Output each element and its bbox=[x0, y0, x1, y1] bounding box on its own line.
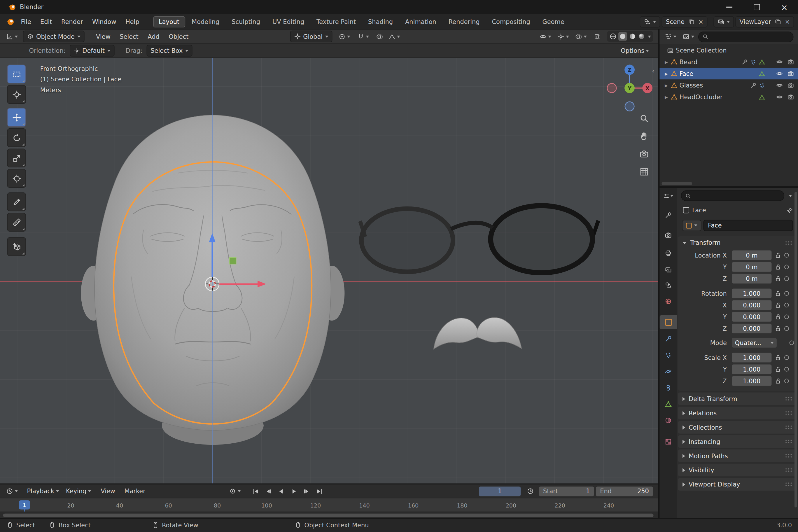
panel-delta-transform[interactable]: Delta Transform bbox=[678, 392, 797, 405]
next-keyframe-button[interactable] bbox=[301, 486, 312, 497]
frame-start-field[interactable]: Start 1 bbox=[539, 486, 594, 496]
tab-object-data[interactable] bbox=[660, 397, 677, 411]
maximize-button[interactable] bbox=[743, 0, 771, 14]
play-reverse-button[interactable] bbox=[276, 486, 287, 497]
panel-grip-icon[interactable] bbox=[785, 425, 793, 430]
panel-motion-paths[interactable]: Motion Paths bbox=[678, 450, 797, 462]
animate-dot[interactable] bbox=[784, 253, 789, 258]
panel-grip-icon[interactable] bbox=[785, 468, 793, 473]
menu-help[interactable]: Help bbox=[121, 18, 144, 25]
auto-keying-button[interactable] bbox=[227, 486, 243, 497]
tool-annotate[interactable] bbox=[7, 192, 26, 211]
minimize-button[interactable] bbox=[716, 0, 743, 14]
shading-options-chevron-icon[interactable] bbox=[648, 35, 651, 37]
panel-grip-icon[interactable] bbox=[785, 396, 793, 401]
tab-texture[interactable] bbox=[660, 435, 677, 449]
panel-grip-icon[interactable] bbox=[785, 454, 793, 458]
jump-to-start-button[interactable] bbox=[250, 486, 262, 497]
rotation-mode-dropdown[interactable]: Quater... bbox=[732, 338, 777, 348]
tab-constraints[interactable] bbox=[660, 381, 677, 395]
glasses-model[interactable] bbox=[358, 206, 600, 273]
keying-menu[interactable]: Keying bbox=[64, 486, 93, 497]
viewlayer-name-field[interactable]: ViewLayer × bbox=[736, 16, 794, 27]
tab-shading[interactable]: Shading bbox=[363, 16, 398, 27]
properties-options-button[interactable] bbox=[787, 190, 794, 201]
location-z-field[interactable]: 0 m bbox=[732, 274, 772, 284]
animate-dot[interactable] bbox=[784, 367, 789, 372]
menu-edit[interactable]: Edit bbox=[36, 18, 57, 25]
menu-file[interactable]: File bbox=[16, 18, 36, 25]
pivot-point-dropdown[interactable] bbox=[336, 31, 352, 42]
rotation-w-field[interactable]: 1.000 bbox=[732, 288, 772, 298]
panel-grip-icon[interactable] bbox=[785, 482, 793, 487]
outliner-row-headoccluder[interactable]: ▸ HeadOccluder bbox=[660, 91, 798, 103]
playhead[interactable]: 1 bbox=[19, 500, 30, 509]
animate-dot[interactable] bbox=[784, 355, 789, 360]
timeline-scrollbar[interactable] bbox=[3, 514, 653, 517]
panel-instancing[interactable]: Instancing bbox=[678, 435, 797, 448]
tool-cursor[interactable] bbox=[7, 85, 26, 104]
disclosure-triangle-icon[interactable]: ▸ bbox=[664, 70, 668, 77]
animate-dot[interactable] bbox=[784, 303, 789, 307]
snap-toggle[interactable] bbox=[355, 31, 371, 42]
hide-eye-icon[interactable] bbox=[776, 94, 783, 100]
location-y-field[interactable]: 0 m bbox=[732, 262, 772, 272]
panel-relations[interactable]: Relations bbox=[678, 406, 797, 419]
remove-viewlayer-button[interactable]: × bbox=[785, 18, 790, 25]
tab-tool[interactable] bbox=[660, 208, 677, 223]
animate-dot[interactable] bbox=[784, 379, 789, 383]
outliner-row-face[interactable]: ▸ Face bbox=[660, 68, 798, 79]
tab-render[interactable] bbox=[660, 228, 677, 242]
rotation-y-field[interactable]: 0.000 bbox=[732, 312, 772, 322]
animate-dot[interactable] bbox=[784, 315, 789, 319]
new-viewlayer-icon[interactable] bbox=[775, 18, 781, 25]
tab-modeling[interactable]: Modeling bbox=[186, 16, 225, 27]
proportional-editing-toggle[interactable] bbox=[374, 31, 385, 42]
scale-y-field[interactable]: 1.000 bbox=[732, 364, 772, 374]
tab-scene[interactable] bbox=[660, 278, 677, 292]
play-button[interactable] bbox=[288, 486, 300, 497]
scene-browse-button[interactable] bbox=[640, 16, 660, 27]
properties-search-input[interactable] bbox=[694, 192, 780, 200]
scene-name-field[interactable]: Scene × bbox=[662, 16, 707, 27]
jump-to-end-button[interactable] bbox=[314, 486, 325, 497]
tab-view-layer[interactable] bbox=[660, 263, 677, 277]
tab-texture-paint[interactable]: Texture Paint bbox=[311, 16, 362, 27]
disclosure-triangle-icon[interactable]: ▸ bbox=[664, 58, 668, 65]
prev-keyframe-button[interactable] bbox=[263, 486, 274, 497]
render-visibility-icon[interactable] bbox=[787, 70, 794, 77]
navigation-gizmo[interactable]: Z X Y bbox=[607, 63, 652, 114]
shading-wireframe-button[interactable] bbox=[609, 33, 617, 40]
shading-material-button[interactable] bbox=[629, 33, 636, 40]
location-x-field[interactable]: 0 m bbox=[732, 250, 772, 260]
outliner-filter-button[interactable] bbox=[795, 31, 798, 42]
options-dropdown[interactable]: Options bbox=[619, 45, 651, 56]
new-scene-icon[interactable] bbox=[688, 18, 695, 25]
animate-dot[interactable] bbox=[784, 277, 789, 281]
overlays-dropdown[interactable] bbox=[573, 31, 589, 42]
menu-window[interactable]: Window bbox=[88, 18, 121, 25]
hide-eye-icon[interactable] bbox=[776, 59, 783, 65]
tool-add-cube[interactable] bbox=[7, 237, 26, 256]
tab-particles[interactable] bbox=[660, 348, 677, 363]
rotation-x-field[interactable]: 0.000 bbox=[732, 300, 772, 310]
panel-visibility[interactable]: Visibility bbox=[678, 464, 797, 477]
camera-view-button[interactable] bbox=[639, 149, 649, 159]
lock-icon[interactable] bbox=[775, 290, 781, 297]
outliner-row-beard[interactable]: ▸ Beard bbox=[660, 56, 798, 68]
disclosure-triangle-icon[interactable]: ▸ bbox=[664, 93, 668, 100]
lock-icon[interactable] bbox=[775, 314, 781, 320]
lock-icon[interactable] bbox=[775, 354, 781, 361]
scale-z-field[interactable]: 1.000 bbox=[732, 376, 772, 386]
orientation-default-dropdown[interactable]: Default bbox=[70, 45, 114, 57]
hide-eye-icon[interactable] bbox=[776, 70, 783, 77]
gizmos-dropdown[interactable] bbox=[555, 31, 571, 42]
tool-transform[interactable] bbox=[7, 169, 26, 188]
panel-grip-icon[interactable] bbox=[785, 411, 793, 415]
timeline-editor-type-button[interactable] bbox=[4, 486, 20, 497]
tab-output[interactable] bbox=[660, 246, 677, 260]
animate-dot[interactable] bbox=[789, 340, 794, 345]
disclosure-triangle-icon[interactable]: ▸ bbox=[664, 82, 668, 89]
editor-type-button[interactable] bbox=[4, 31, 20, 42]
outliner-scrollbar[interactable] bbox=[662, 182, 692, 185]
